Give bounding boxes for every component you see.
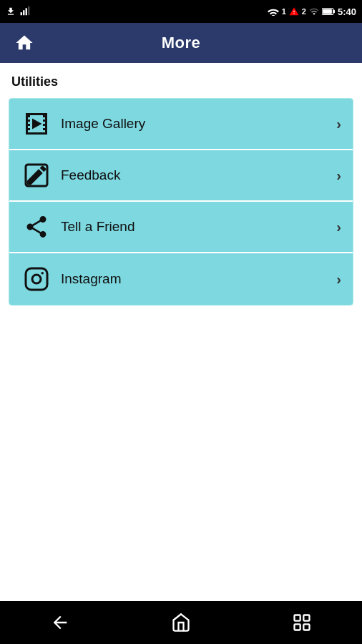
home-button[interactable] (11, 30, 37, 56)
menu-item-feedback[interactable]: Feedback › (9, 150, 353, 202)
edit-icon (21, 160, 52, 191)
signal-bars-icon (20, 6, 30, 16)
svg-rect-11 (294, 615, 300, 621)
sim-icon: 1 (282, 7, 286, 16)
home-nav-icon (171, 613, 191, 633)
svg-point-9 (32, 275, 41, 283)
sim2-icon: 2 (302, 7, 306, 16)
battery-icon (322, 7, 335, 16)
film-icon (21, 108, 52, 140)
back-icon (50, 613, 70, 633)
svg-rect-5 (333, 10, 335, 14)
status-bar-left (6, 6, 30, 16)
chevron-right-icon-2: › (336, 167, 341, 184)
wifi-icon (268, 7, 279, 16)
status-bar-right: 1 2 5:40 (268, 6, 356, 17)
time-display: 5:40 (338, 6, 356, 17)
svg-rect-0 (21, 12, 22, 15)
svg-rect-1 (23, 10, 24, 15)
svg-point-10 (41, 272, 44, 275)
image-gallery-label: Image Gallery (61, 116, 336, 132)
svg-rect-12 (303, 615, 309, 621)
chevron-right-icon-4: › (336, 271, 341, 288)
recents-button[interactable] (280, 608, 323, 637)
share-icon (21, 211, 52, 243)
home-nav-button[interactable] (160, 608, 202, 637)
download-icon (6, 6, 16, 16)
feedback-label: Feedback (61, 167, 336, 183)
bottom-nav-bar (0, 601, 362, 644)
alert-icon (289, 6, 299, 16)
status-bar: 1 2 5:40 (0, 0, 362, 23)
back-button[interactable] (39, 608, 82, 637)
instagram-label: Instagram (61, 271, 336, 287)
svg-rect-14 (303, 624, 309, 630)
page-title: More (162, 34, 201, 52)
chevron-right-icon: › (336, 116, 341, 132)
menu-item-image-gallery[interactable]: Image Gallery › (9, 99, 353, 150)
menu-list: Image Gallery › Feedback › Tell a Friend… (9, 98, 353, 306)
svg-rect-2 (26, 8, 27, 15)
menu-item-tell-a-friend[interactable]: Tell a Friend › (9, 202, 353, 253)
menu-item-instagram[interactable]: Instagram › (9, 253, 353, 305)
content-area: Utilities Image Gallery › Feedback › Tel… (0, 63, 362, 601)
instagram-icon (21, 263, 52, 295)
svg-rect-3 (28, 6, 29, 15)
svg-rect-13 (294, 624, 300, 630)
svg-rect-6 (323, 9, 332, 14)
app-bar: More (0, 23, 362, 63)
section-title: Utilities (9, 74, 353, 89)
svg-rect-8 (26, 268, 47, 290)
signal-icon (309, 6, 319, 16)
chevron-right-icon-3: › (336, 219, 341, 235)
tell-a-friend-label: Tell a Friend (61, 219, 336, 235)
home-icon (14, 33, 34, 53)
recents-icon (292, 613, 312, 633)
